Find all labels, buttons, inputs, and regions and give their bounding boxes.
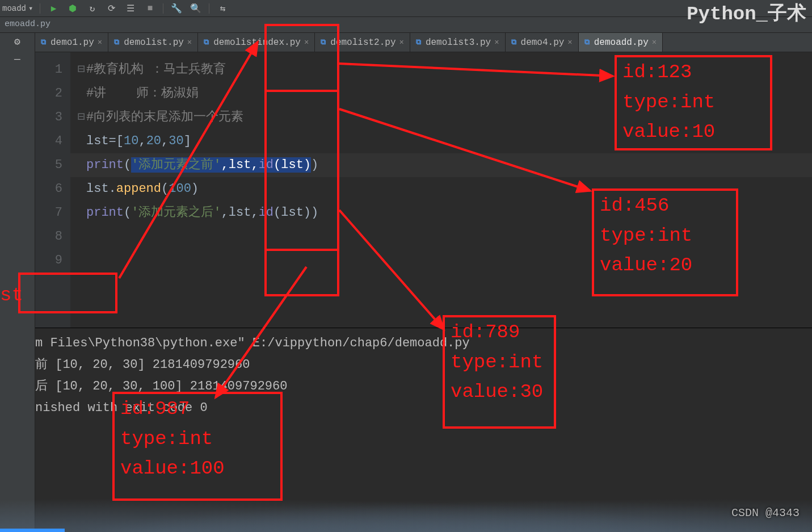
python-file-icon [416,38,422,47]
line-number: 4 [35,129,62,153]
watermark: CSDN @4343 [731,506,800,520]
line-number: 6 [35,177,62,201]
tab-label: demo4.py [521,37,565,48]
profile-icon[interactable]: ⟳ [105,2,117,15]
tab-label: demolist3.py [426,37,491,48]
python-file-icon [584,38,591,47]
tab-demo4-py[interactable]: demo4.py× [506,33,579,52]
top-toolbar: moadd ▾ ▶ ⬢ ↻ ⟳ ☰ ■ 🔧 🔍 ⇆ Python_子术 [0,0,812,17]
coverage-icon[interactable]: ↻ [86,2,98,15]
python-file-icon [114,38,120,47]
code-line[interactable]: ⊟#教育机构 ：马士兵教育 [70,58,812,82]
tab-demolist3-py[interactable]: demolist3.py× [410,33,506,52]
python-file-icon [511,38,518,47]
tab-demoadd-py[interactable]: demoadd.py× [579,33,663,52]
tab-demolist2-py[interactable]: demolist2.py× [315,33,410,52]
code-pane: 123456789 ⊟#教育机构 ：马士兵教育 #讲 师：杨淑娟⊟#向列表的末尾… [35,52,812,328]
toolbar-divider [163,3,163,14]
run-icon[interactable]: ▶ [47,2,60,15]
line-number-gutter: 123456789 [35,52,70,328]
code-text[interactable]: ⊟#教育机构 ：马士兵教育 #讲 师：杨淑娟⊟#向列表的末尾添加一个元素 lst… [70,52,812,328]
tab-label: demolist2.py [330,37,396,48]
line-number: 3 [35,106,62,129]
code-line[interactable]: print('添加元素之前',lst,id(lst)) [70,153,812,177]
run-config-label: moadd [2,4,26,13]
editor-area: demo1.py×demolist.py×demolistindex.py×de… [35,33,812,532]
app-title: Python_子术 [687,0,806,26]
breadcrumb-file: emoadd.py [5,19,51,29]
line-number: 8 [35,225,62,249]
console-line: nished with exit code 0 [35,397,812,419]
console-line: 前 [10, 20, 30] 2181409792960 [35,354,812,376]
chevron-down-icon: ▾ [28,3,33,13]
tab-demolistindex-py[interactable]: demolistindex.py× [198,33,315,52]
line-number: 2 [35,82,62,106]
search-icon[interactable]: 🔍 [190,2,202,15]
code-line[interactable] [70,249,812,273]
wrench-icon[interactable]: 🔧 [170,2,183,15]
run-config-dropdown[interactable]: moadd ▾ [2,3,33,13]
line-number: 1 [35,58,62,82]
code-line[interactable] [70,225,812,249]
tab-label: demo1.py [51,37,94,48]
collapse-icon[interactable]: — [14,53,20,65]
line-number: 9 [35,249,62,273]
console-line: m Files\Python38\python.exe" E:/vippytho… [35,333,812,354]
tab-demo1-py[interactable]: demo1.py× [35,33,108,52]
video-progress-bar[interactable] [0,529,65,532]
code-line[interactable]: lst.append(100) [70,177,812,201]
footer-decorative-wave [0,492,812,532]
gear-icon[interactable]: ⚙ [14,35,20,48]
stop-icon[interactable]: ■ [144,2,156,15]
tab-label: demolistindex.py [213,37,301,48]
python-file-icon [204,38,210,47]
sync-icon[interactable]: ⇆ [216,2,229,15]
python-file-icon [321,38,327,47]
line-number: 7 [35,201,62,225]
close-icon[interactable]: × [399,38,404,47]
code-line[interactable]: lst=[10,20,30] [70,129,812,153]
python-file-icon [41,38,47,47]
close-icon[interactable]: × [494,38,499,47]
tab-label: demolist.py [124,37,184,48]
tab-bar: demo1.py×demolist.py×demolistindex.py×de… [35,33,812,52]
tab-demolist-py[interactable]: demolist.py× [108,33,198,52]
code-line[interactable]: print('添加元素之后',lst,id(lst)) [70,201,812,225]
code-line[interactable]: ⊟#向列表的末尾添加一个元素 [70,106,812,129]
debug-icon[interactable]: ⬢ [66,2,79,15]
close-icon[interactable]: × [652,38,657,47]
close-icon[interactable]: × [304,38,309,47]
fold-icon[interactable]: ⊟ [76,106,86,129]
tab-label: demoadd.py [594,37,649,48]
toolbar-divider [209,3,209,14]
close-icon[interactable]: × [187,38,192,47]
code-line[interactable]: #讲 师：杨淑娟 [70,82,812,106]
close-icon[interactable]: × [567,38,572,47]
main-split: ⚙ — demo1.py×demolist.py×demolistindex.p… [0,33,812,532]
step-icon[interactable]: ☰ [124,2,137,15]
console-line: 后 [10, 20, 30, 100] 2181409792960 [35,376,812,397]
fold-icon[interactable]: ⊟ [76,58,86,82]
close-icon[interactable]: × [98,38,102,47]
toolbar-divider [40,3,40,14]
line-number: 5 [35,153,62,177]
left-tool-gutter: ⚙ — [0,33,35,532]
